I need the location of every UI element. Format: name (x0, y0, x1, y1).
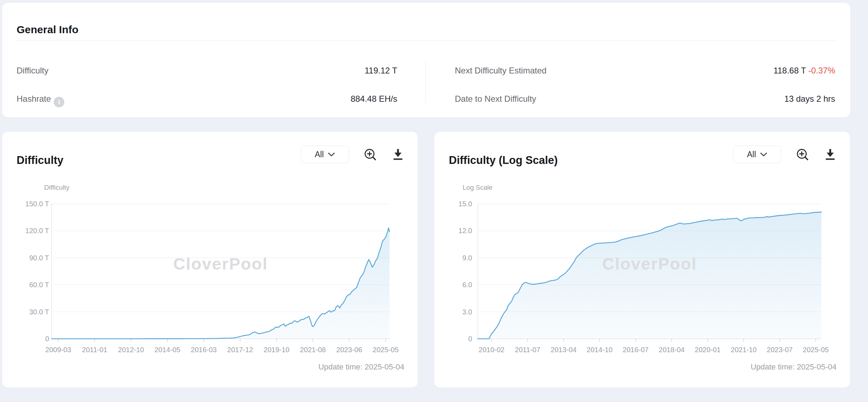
series-area (52, 228, 390, 339)
y-tick-label: 12.0 (458, 227, 472, 235)
y-tick-label: 120.0 T (25, 227, 49, 235)
next-difficulty-value: 118.68 T -0.37% (773, 66, 835, 76)
x-tick-label: 2018-04 (659, 346, 684, 354)
difficulty-chart-card: 150.0 T120.0 T90.0 T60.0 T30.0 T02009-03… (2, 132, 418, 388)
y-tick-label: 30.0 T (29, 308, 49, 316)
zoom-in-button[interactable] (795, 147, 810, 162)
range-select-value: All (315, 150, 324, 159)
date-next-difficulty-value: 13 days 2 hrs (784, 94, 835, 104)
chart-title: Difficulty (17, 154, 64, 167)
chevron-down-icon (760, 152, 767, 157)
y-tick-label: 3.0 (462, 308, 472, 316)
x-tick-label: 2021-08 (300, 346, 326, 354)
x-tick-label: 2017-12 (227, 346, 253, 354)
chart-title: Difficulty (Log Scale) (449, 154, 558, 167)
x-tick-label: 2023-07 (767, 346, 792, 354)
series-area (478, 212, 821, 339)
zoom-in-icon (363, 147, 378, 162)
difficulty-chart-plot[interactable]: 150.0 T120.0 T90.0 T60.0 T30.0 T02009-03… (2, 132, 418, 388)
divider (17, 40, 836, 41)
info-icon[interactable]: i (54, 97, 64, 107)
hashrate-label-text: Hashrate (17, 94, 51, 104)
chevron-down-icon (328, 152, 335, 157)
download-button[interactable] (391, 147, 405, 162)
x-tick-label: 2011-01 (82, 346, 107, 354)
difficulty-log-chart-plot[interactable]: 15.012.09.06.03.002010-022011-072013-042… (434, 132, 850, 388)
x-tick-label: 2025-05 (803, 346, 828, 354)
y-tick-label: 15.0 (458, 200, 472, 208)
difficulty-label: Difficulty (17, 66, 48, 76)
x-tick-label: 2013-04 (551, 346, 576, 354)
hashrate-label: Hashratei (17, 94, 64, 107)
x-tick-label: 2020-01 (695, 346, 720, 354)
x-tick-label: 2012-10 (118, 346, 144, 354)
download-icon (823, 147, 838, 162)
x-tick-label: 2021-10 (731, 346, 756, 354)
difficulty-value: 119.12 T (364, 66, 397, 76)
next-difficulty-label: Next Difficulty Estimated (455, 66, 547, 76)
x-tick-label: 2025-05 (373, 346, 398, 354)
x-tick-label: 2019-10 (263, 346, 289, 354)
y-tick-label: 150.0 T (25, 200, 49, 208)
y-tick-label: 0 (45, 335, 49, 343)
x-tick-label: 2011-07 (515, 346, 540, 354)
x-tick-label: 2010-02 (478, 346, 504, 354)
update-time: Update time: 2025-05-04 (319, 362, 404, 372)
x-tick-label: 2014-10 (587, 346, 612, 354)
y-axis-title: Difficulty (44, 184, 70, 191)
general-info-title: General Info (17, 24, 78, 36)
x-tick-label: 2023-06 (336, 346, 362, 354)
y-tick-label: 0 (468, 335, 472, 343)
watermark-text: CloverPool (602, 254, 697, 273)
y-tick-label: 9.0 (462, 254, 472, 262)
download-icon (391, 147, 405, 162)
range-select-value: All (747, 150, 756, 159)
page: General Info Difficulty 119.12 T Hashrat… (0, 0, 868, 402)
x-tick-label: 2014-05 (154, 346, 180, 354)
range-select[interactable]: All (301, 146, 349, 163)
difficulty-log-chart-card: 15.012.09.06.03.002010-022011-072013-042… (434, 132, 850, 388)
watermark-text: CloverPool (173, 254, 268, 273)
download-button[interactable] (823, 147, 838, 162)
y-tick-label: 6.0 (462, 281, 472, 289)
hashrate-value: 884.48 EH/s (351, 94, 397, 104)
next-difficulty-amount: 118.68 T (773, 66, 806, 75)
column-divider (426, 60, 426, 103)
general-info-card: General Info Difficulty 119.12 T Hashrat… (2, 3, 850, 117)
x-tick-label: 2009-03 (45, 346, 71, 354)
x-tick-label: 2016-07 (623, 346, 648, 354)
range-select[interactable]: All (733, 146, 781, 163)
y-tick-label: 60.0 T (29, 281, 49, 289)
update-time: Update time: 2025-05-04 (751, 362, 837, 372)
y-tick-label: 90.0 T (29, 254, 49, 262)
date-next-difficulty-label: Date to Next Difficulty (455, 94, 536, 104)
zoom-in-button[interactable] (363, 147, 378, 162)
next-difficulty-delta: -0.37% (808, 66, 835, 75)
y-axis-title: Log Scale (463, 184, 493, 191)
x-tick-label: 2016-03 (191, 346, 216, 354)
zoom-in-icon (795, 147, 810, 162)
